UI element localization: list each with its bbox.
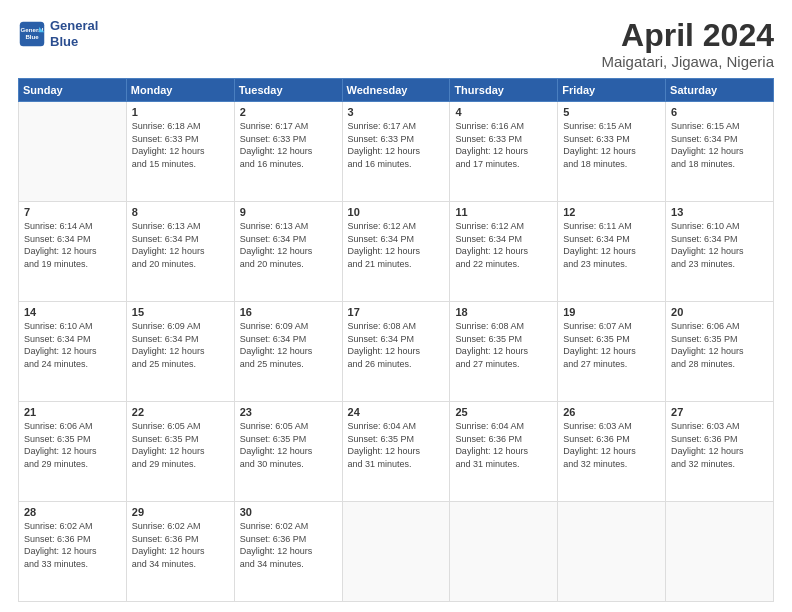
- table-row: 6Sunrise: 6:15 AM Sunset: 6:34 PM Daylig…: [666, 102, 774, 202]
- table-row: 18Sunrise: 6:08 AM Sunset: 6:35 PM Dayli…: [450, 302, 558, 402]
- table-row: [558, 502, 666, 602]
- day-info: Sunrise: 6:07 AM Sunset: 6:35 PM Dayligh…: [563, 320, 660, 370]
- day-info: Sunrise: 6:11 AM Sunset: 6:34 PM Dayligh…: [563, 220, 660, 270]
- day-number: 15: [132, 306, 229, 318]
- page: General Blue General Blue April 2024 Mai…: [0, 0, 792, 612]
- day-number: 19: [563, 306, 660, 318]
- day-number: 23: [240, 406, 337, 418]
- logo-text-line1: General: [50, 18, 98, 34]
- day-number: 28: [24, 506, 121, 518]
- table-row: [450, 502, 558, 602]
- month-title: April 2024: [601, 18, 774, 53]
- day-number: 16: [240, 306, 337, 318]
- day-number: 18: [455, 306, 552, 318]
- day-number: 7: [24, 206, 121, 218]
- day-info: Sunrise: 6:12 AM Sunset: 6:34 PM Dayligh…: [455, 220, 552, 270]
- day-info: Sunrise: 6:09 AM Sunset: 6:34 PM Dayligh…: [132, 320, 229, 370]
- table-row: 12Sunrise: 6:11 AM Sunset: 6:34 PM Dayli…: [558, 202, 666, 302]
- logo: General Blue General Blue: [18, 18, 98, 49]
- logo-text-line2: Blue: [50, 34, 98, 50]
- table-row: 23Sunrise: 6:05 AM Sunset: 6:35 PM Dayli…: [234, 402, 342, 502]
- day-number: 10: [348, 206, 445, 218]
- day-number: 13: [671, 206, 768, 218]
- day-info: Sunrise: 6:05 AM Sunset: 6:35 PM Dayligh…: [240, 420, 337, 470]
- day-number: 8: [132, 206, 229, 218]
- table-row: 14Sunrise: 6:10 AM Sunset: 6:34 PM Dayli…: [19, 302, 127, 402]
- day-info: Sunrise: 6:04 AM Sunset: 6:36 PM Dayligh…: [455, 420, 552, 470]
- day-info: Sunrise: 6:05 AM Sunset: 6:35 PM Dayligh…: [132, 420, 229, 470]
- day-info: Sunrise: 6:15 AM Sunset: 6:34 PM Dayligh…: [671, 120, 768, 170]
- table-row: 28Sunrise: 6:02 AM Sunset: 6:36 PM Dayli…: [19, 502, 127, 602]
- table-row: 7Sunrise: 6:14 AM Sunset: 6:34 PM Daylig…: [19, 202, 127, 302]
- col-monday: Monday: [126, 79, 234, 102]
- day-info: Sunrise: 6:06 AM Sunset: 6:35 PM Dayligh…: [24, 420, 121, 470]
- day-number: 1: [132, 106, 229, 118]
- day-number: 22: [132, 406, 229, 418]
- col-friday: Friday: [558, 79, 666, 102]
- day-info: Sunrise: 6:13 AM Sunset: 6:34 PM Dayligh…: [132, 220, 229, 270]
- day-number: 11: [455, 206, 552, 218]
- day-number: 20: [671, 306, 768, 318]
- day-number: 3: [348, 106, 445, 118]
- day-number: 2: [240, 106, 337, 118]
- header: General Blue General Blue April 2024 Mai…: [18, 18, 774, 70]
- calendar-week-row: 1Sunrise: 6:18 AM Sunset: 6:33 PM Daylig…: [19, 102, 774, 202]
- day-number: 14: [24, 306, 121, 318]
- title-area: April 2024 Maigatari, Jigawa, Nigeria: [601, 18, 774, 70]
- table-row: 24Sunrise: 6:04 AM Sunset: 6:35 PM Dayli…: [342, 402, 450, 502]
- day-info: Sunrise: 6:13 AM Sunset: 6:34 PM Dayligh…: [240, 220, 337, 270]
- day-number: 29: [132, 506, 229, 518]
- calendar-header-row: Sunday Monday Tuesday Wednesday Thursday…: [19, 79, 774, 102]
- table-row: 13Sunrise: 6:10 AM Sunset: 6:34 PM Dayli…: [666, 202, 774, 302]
- day-number: 5: [563, 106, 660, 118]
- day-number: 26: [563, 406, 660, 418]
- table-row: [666, 502, 774, 602]
- day-number: 12: [563, 206, 660, 218]
- day-info: Sunrise: 6:03 AM Sunset: 6:36 PM Dayligh…: [563, 420, 660, 470]
- day-info: Sunrise: 6:18 AM Sunset: 6:33 PM Dayligh…: [132, 120, 229, 170]
- day-info: Sunrise: 6:14 AM Sunset: 6:34 PM Dayligh…: [24, 220, 121, 270]
- col-sunday: Sunday: [19, 79, 127, 102]
- table-row: 20Sunrise: 6:06 AM Sunset: 6:35 PM Dayli…: [666, 302, 774, 402]
- table-row: 19Sunrise: 6:07 AM Sunset: 6:35 PM Dayli…: [558, 302, 666, 402]
- col-wednesday: Wednesday: [342, 79, 450, 102]
- day-info: Sunrise: 6:08 AM Sunset: 6:35 PM Dayligh…: [455, 320, 552, 370]
- table-row: 1Sunrise: 6:18 AM Sunset: 6:33 PM Daylig…: [126, 102, 234, 202]
- day-number: 17: [348, 306, 445, 318]
- table-row: 3Sunrise: 6:17 AM Sunset: 6:33 PM Daylig…: [342, 102, 450, 202]
- day-number: 9: [240, 206, 337, 218]
- table-row: 25Sunrise: 6:04 AM Sunset: 6:36 PM Dayli…: [450, 402, 558, 502]
- logo-icon: General Blue: [18, 20, 46, 48]
- day-info: Sunrise: 6:16 AM Sunset: 6:33 PM Dayligh…: [455, 120, 552, 170]
- day-number: 6: [671, 106, 768, 118]
- day-number: 27: [671, 406, 768, 418]
- day-number: 4: [455, 106, 552, 118]
- calendar-week-row: 7Sunrise: 6:14 AM Sunset: 6:34 PM Daylig…: [19, 202, 774, 302]
- table-row: [342, 502, 450, 602]
- svg-text:Blue: Blue: [25, 33, 39, 40]
- day-info: Sunrise: 6:15 AM Sunset: 6:33 PM Dayligh…: [563, 120, 660, 170]
- day-info: Sunrise: 6:02 AM Sunset: 6:36 PM Dayligh…: [240, 520, 337, 570]
- location-subtitle: Maigatari, Jigawa, Nigeria: [601, 53, 774, 70]
- day-info: Sunrise: 6:17 AM Sunset: 6:33 PM Dayligh…: [240, 120, 337, 170]
- day-info: Sunrise: 6:17 AM Sunset: 6:33 PM Dayligh…: [348, 120, 445, 170]
- table-row: 17Sunrise: 6:08 AM Sunset: 6:34 PM Dayli…: [342, 302, 450, 402]
- table-row: 11Sunrise: 6:12 AM Sunset: 6:34 PM Dayli…: [450, 202, 558, 302]
- day-info: Sunrise: 6:02 AM Sunset: 6:36 PM Dayligh…: [24, 520, 121, 570]
- table-row: 27Sunrise: 6:03 AM Sunset: 6:36 PM Dayli…: [666, 402, 774, 502]
- day-info: Sunrise: 6:03 AM Sunset: 6:36 PM Dayligh…: [671, 420, 768, 470]
- day-info: Sunrise: 6:02 AM Sunset: 6:36 PM Dayligh…: [132, 520, 229, 570]
- calendar-table: Sunday Monday Tuesday Wednesday Thursday…: [18, 78, 774, 602]
- table-row: 10Sunrise: 6:12 AM Sunset: 6:34 PM Dayli…: [342, 202, 450, 302]
- table-row: 21Sunrise: 6:06 AM Sunset: 6:35 PM Dayli…: [19, 402, 127, 502]
- table-row: [19, 102, 127, 202]
- col-saturday: Saturday: [666, 79, 774, 102]
- col-thursday: Thursday: [450, 79, 558, 102]
- day-info: Sunrise: 6:12 AM Sunset: 6:34 PM Dayligh…: [348, 220, 445, 270]
- table-row: 8Sunrise: 6:13 AM Sunset: 6:34 PM Daylig…: [126, 202, 234, 302]
- day-info: Sunrise: 6:08 AM Sunset: 6:34 PM Dayligh…: [348, 320, 445, 370]
- day-info: Sunrise: 6:06 AM Sunset: 6:35 PM Dayligh…: [671, 320, 768, 370]
- calendar-week-row: 14Sunrise: 6:10 AM Sunset: 6:34 PM Dayli…: [19, 302, 774, 402]
- table-row: 29Sunrise: 6:02 AM Sunset: 6:36 PM Dayli…: [126, 502, 234, 602]
- day-info: Sunrise: 6:10 AM Sunset: 6:34 PM Dayligh…: [24, 320, 121, 370]
